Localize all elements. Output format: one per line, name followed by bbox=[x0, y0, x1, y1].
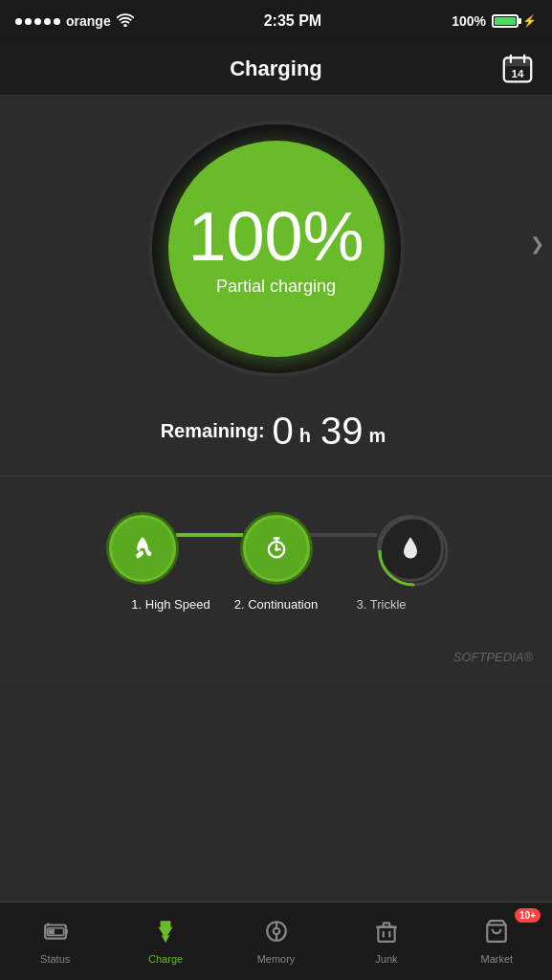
signal-dot-1 bbox=[15, 18, 22, 25]
signal-dot-4 bbox=[44, 18, 51, 25]
signal-dot-5 bbox=[54, 18, 60, 25]
tab-bar: Status Charge Memory bbox=[0, 902, 552, 980]
signal-dot-2 bbox=[25, 18, 32, 25]
remaining-minutes: 39 bbox=[320, 410, 364, 453]
softpedia-logo: SOFTPEDIA® bbox=[453, 650, 533, 664]
status-bar: orange 2:35 PM 100% ⚡ bbox=[0, 0, 552, 42]
status-tab-icon bbox=[43, 919, 68, 949]
step-3-circle bbox=[377, 515, 444, 582]
signal-dots bbox=[15, 18, 60, 25]
step-3-item bbox=[377, 515, 444, 582]
connector-2-3 bbox=[310, 533, 377, 537]
battery-circle-outer: 100% Partial charging bbox=[152, 124, 401, 373]
svg-point-20 bbox=[273, 927, 279, 934]
battery-section: 100% Partial charging ❯ bbox=[0, 96, 552, 392]
charge-tab-label: Charge bbox=[148, 953, 183, 965]
memory-tab-icon bbox=[264, 919, 289, 949]
charging-steps-section: 1. High Speed 2. Continuation 3. Trickle bbox=[0, 477, 552, 640]
battery-circle-inner: 100% Partial charging bbox=[168, 141, 385, 357]
status-time: 2:35 PM bbox=[264, 12, 321, 30]
step-3-label: 3. Trickle bbox=[329, 597, 434, 612]
market-badge: 10+ bbox=[515, 908, 541, 923]
calendar-button[interactable]: 14 bbox=[498, 50, 537, 88]
junk-tab-icon bbox=[374, 919, 399, 949]
status-tab-label: Status bbox=[40, 953, 70, 965]
connector-1-2 bbox=[176, 533, 243, 537]
battery-status: Partial charging bbox=[216, 277, 336, 297]
steps-labels: 1. High Speed 2. Continuation 3. Trickle bbox=[19, 597, 533, 612]
step-1-label: 1. High Speed bbox=[119, 597, 224, 612]
step-2-label: 2. Continuation bbox=[224, 597, 329, 612]
status-left: orange bbox=[15, 13, 134, 30]
svg-rect-1 bbox=[504, 57, 531, 66]
tab-charge[interactable]: Charge bbox=[110, 902, 220, 980]
junk-tab-label: Junk bbox=[375, 953, 397, 965]
remaining-label: Remaining: bbox=[161, 420, 265, 442]
remaining-minutes-unit: m bbox=[369, 425, 386, 453]
remaining-hours-unit: h bbox=[299, 425, 311, 453]
svg-rect-16 bbox=[48, 928, 55, 933]
tab-memory[interactable]: Memory bbox=[221, 902, 331, 980]
calendar-icon: 14 bbox=[502, 54, 533, 84]
wifi-icon bbox=[117, 13, 134, 30]
battery-percentage: 100% bbox=[188, 202, 364, 271]
tab-status[interactable]: Status bbox=[0, 902, 110, 980]
battery-charging-icon: ⚡ bbox=[522, 14, 537, 28]
chevron-right-icon[interactable]: ❯ bbox=[522, 224, 552, 264]
signal-dot-3 bbox=[34, 18, 41, 25]
stopwatch-icon bbox=[263, 535, 290, 562]
svg-point-11 bbox=[275, 547, 278, 551]
step-1-circle bbox=[109, 515, 176, 582]
status-right: 100% ⚡ bbox=[452, 13, 537, 29]
svg-rect-23 bbox=[378, 926, 394, 941]
battery-fill bbox=[495, 17, 516, 25]
rocket-icon bbox=[129, 535, 156, 562]
carrier-name: orange bbox=[66, 13, 111, 29]
charge-tab-icon bbox=[153, 919, 178, 949]
remaining-hours: 0 bbox=[273, 410, 294, 453]
market-tab-icon bbox=[484, 919, 509, 949]
tab-market[interactable]: 10+ Market bbox=[442, 902, 552, 980]
steps-row bbox=[19, 515, 533, 582]
trickle-arc-icon bbox=[377, 515, 450, 588]
header: Charging 14 bbox=[0, 42, 552, 96]
market-tab-label: Market bbox=[481, 953, 514, 965]
svg-point-5 bbox=[140, 544, 144, 548]
page-title: Charging bbox=[230, 56, 322, 81]
battery-indicator: ⚡ bbox=[492, 14, 537, 28]
memory-tab-label: Memory bbox=[257, 953, 296, 965]
step-2-item bbox=[243, 515, 310, 582]
remaining-section: Remaining: 0 h 39 m bbox=[0, 392, 552, 477]
svg-text:14: 14 bbox=[512, 67, 524, 78]
step-2-circle bbox=[243, 515, 310, 582]
tab-junk[interactable]: Junk bbox=[331, 902, 441, 980]
step-1-item bbox=[109, 515, 176, 582]
softpedia-section: SOFTPEDIA® bbox=[0, 640, 552, 683]
battery-percent-text: 100% bbox=[452, 13, 486, 29]
battery-icon bbox=[492, 14, 519, 28]
